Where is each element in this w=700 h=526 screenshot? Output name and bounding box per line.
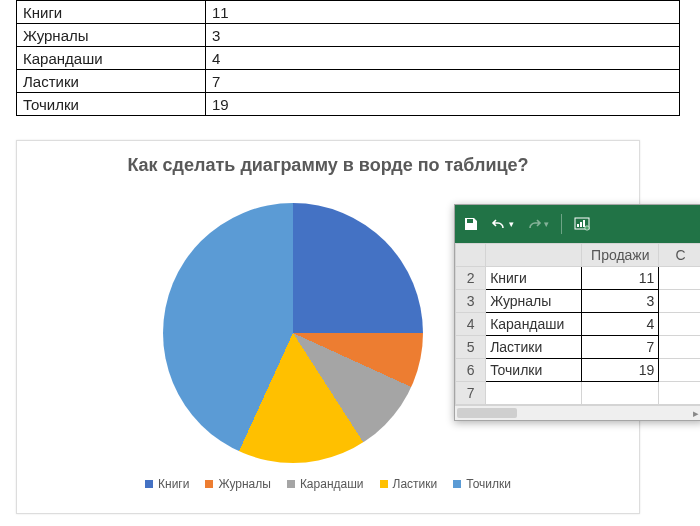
undo-button[interactable]: ▾ — [491, 216, 514, 232]
excel-hscrollbar[interactable]: ▸ — [455, 405, 700, 420]
excel-row[interactable]: 5Ластики7 — [456, 336, 701, 359]
chart-legend: КнигиЖурналыКарандашиЛастикиТочилки — [17, 477, 639, 491]
legend-item: Ластики — [380, 477, 438, 491]
excel-quick-access-toolbar: ▾ ▾ — [455, 205, 700, 243]
cell[interactable]: 3 — [582, 290, 659, 313]
legend-item: Журналы — [205, 477, 270, 491]
legend-item: Книги — [145, 477, 189, 491]
svg-rect-3 — [583, 220, 585, 227]
redo-button[interactable]: ▾ — [526, 216, 549, 232]
table-cell-name: Ластики — [17, 70, 206, 93]
cell[interactable]: Карандаши — [486, 313, 582, 336]
cell[interactable]: Точилки — [486, 359, 582, 382]
table-cell-value: 11 — [206, 1, 680, 24]
row-header[interactable]: 2 — [456, 267, 486, 290]
chevron-down-icon: ▾ — [544, 219, 549, 229]
excel-data-window[interactable]: ▾ ▾ Продажи C 2Книги113Журналы34Карандаш… — [454, 204, 700, 421]
cell[interactable]: 11 — [582, 267, 659, 290]
cell[interactable]: 19 — [582, 359, 659, 382]
chevron-down-icon: ▾ — [509, 219, 514, 229]
table-cell-name: Карандаши — [17, 47, 206, 70]
cell[interactable] — [659, 382, 700, 405]
table-cell-value: 7 — [206, 70, 680, 93]
excel-row[interactable]: 2Книги11 — [456, 267, 701, 290]
row-header[interactable]: 5 — [456, 336, 486, 359]
table-cell-name: Журналы — [17, 24, 206, 47]
legend-item: Точилки — [453, 477, 511, 491]
excel-grid[interactable]: Продажи C 2Книги113Журналы34Карандаши45Л… — [455, 243, 700, 405]
cell[interactable] — [582, 382, 659, 405]
cell[interactable] — [659, 359, 700, 382]
legend-swatch — [145, 480, 153, 488]
legend-item: Карандаши — [287, 477, 364, 491]
chart-title: Как сделать диаграмму в ворде по таблице… — [17, 155, 639, 176]
pie-chart — [163, 203, 423, 463]
legend-label: Ластики — [393, 477, 438, 491]
cell[interactable] — [659, 313, 700, 336]
table-cell-value: 4 — [206, 47, 680, 70]
table-row: Книги11 — [17, 1, 680, 24]
svg-point-4 — [585, 226, 589, 230]
excel-row[interactable]: 3Журналы3 — [456, 290, 701, 313]
excel-row[interactable]: 6Точилки19 — [456, 359, 701, 382]
column-header-c[interactable]: C — [659, 244, 700, 267]
cell[interactable] — [659, 336, 700, 359]
cell[interactable]: 4 — [582, 313, 659, 336]
table-cell-name: Точилки — [17, 93, 206, 116]
table-row: Журналы3 — [17, 24, 680, 47]
select-all-corner[interactable] — [456, 244, 486, 267]
row-header[interactable]: 3 — [456, 290, 486, 313]
chart-edit-icon[interactable] — [574, 216, 590, 232]
table-cell-name: Книги — [17, 1, 206, 24]
legend-label: Точилки — [466, 477, 511, 491]
cell[interactable]: Книги — [486, 267, 582, 290]
cell[interactable]: 7 — [582, 336, 659, 359]
table-row: Карандаши4 — [17, 47, 680, 70]
table-cell-value: 3 — [206, 24, 680, 47]
legend-swatch — [205, 480, 213, 488]
cell[interactable] — [486, 382, 582, 405]
table-row: Точилки19 — [17, 93, 680, 116]
word-data-table: Книги11Журналы3Карандаши4Ластики7Точилки… — [16, 0, 680, 116]
save-icon[interactable] — [463, 216, 479, 232]
row-header[interactable]: 4 — [456, 313, 486, 336]
column-header-b[interactable]: Продажи — [582, 244, 659, 267]
cell[interactable] — [659, 267, 700, 290]
excel-row[interactable]: 4Карандаши4 — [456, 313, 701, 336]
legend-swatch — [380, 480, 388, 488]
row-header[interactable]: 6 — [456, 359, 486, 382]
legend-label: Карандаши — [300, 477, 364, 491]
excel-row[interactable]: 7 — [456, 382, 701, 405]
row-header[interactable]: 7 — [456, 382, 486, 405]
table-row: Ластики7 — [17, 70, 680, 93]
legend-swatch — [287, 480, 295, 488]
svg-rect-1 — [577, 224, 579, 227]
column-header-a[interactable] — [486, 244, 582, 267]
table-cell-value: 19 — [206, 93, 680, 116]
scrollbar-thumb[interactable] — [457, 408, 517, 418]
cell[interactable]: Ластики — [486, 336, 582, 359]
legend-label: Книги — [158, 477, 189, 491]
cell[interactable]: Журналы — [486, 290, 582, 313]
legend-swatch — [453, 480, 461, 488]
svg-rect-2 — [580, 222, 582, 227]
legend-label: Журналы — [218, 477, 270, 491]
scroll-right-icon[interactable]: ▸ — [693, 407, 699, 420]
cell[interactable] — [659, 290, 700, 313]
